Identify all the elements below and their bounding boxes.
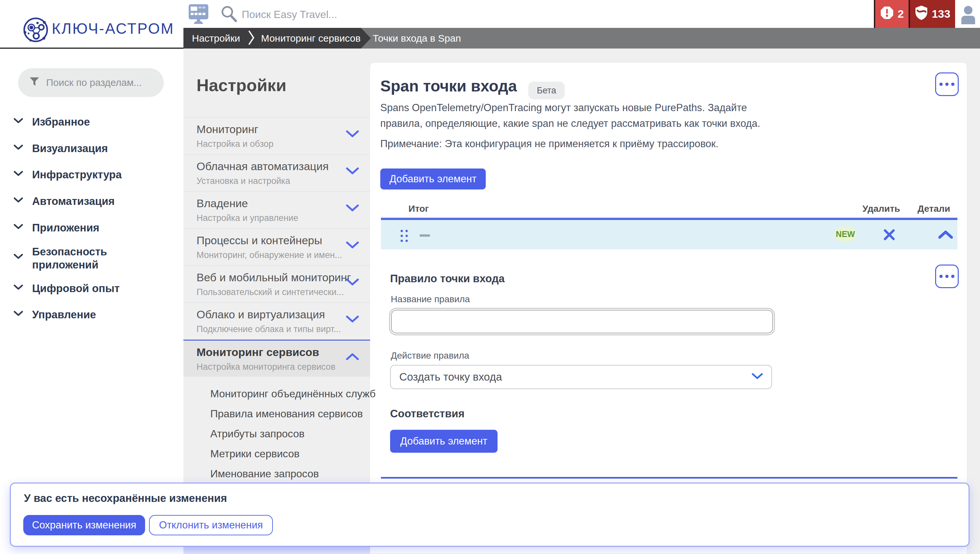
sidebar-item-visualization[interactable]: Визуализация bbox=[0, 142, 183, 155]
chevron-down-icon bbox=[346, 278, 359, 287]
shield-icon bbox=[915, 5, 928, 23]
chevron-down-icon bbox=[346, 315, 359, 324]
breadcrumb-current-page: Точки входа в Span bbox=[373, 28, 461, 48]
rule-name-input[interactable] bbox=[391, 310, 773, 334]
rule-more-button[interactable] bbox=[935, 265, 959, 288]
drag-handle-icon[interactable] bbox=[401, 230, 408, 242]
section-filter-input[interactable] bbox=[46, 77, 145, 88]
chevron-up-icon bbox=[346, 353, 359, 362]
global-search-input[interactable] bbox=[241, 6, 537, 23]
menu-item-cloud-virtualization[interactable]: Облако и виртуализация Подключение облак… bbox=[183, 303, 370, 340]
description-line-1: Spans OpenTelemetry/OpenTracing могут за… bbox=[380, 102, 747, 114]
new-badge: NEW bbox=[835, 227, 856, 242]
matches-heading: Соответствия bbox=[390, 407, 465, 420]
settings-menu: Настройки Мониторинг Настройка и обзор О… bbox=[183, 48, 370, 554]
submenu-item-service-naming-rules[interactable]: Правила именования сервисов bbox=[183, 404, 370, 424]
breadcrumb-settings[interactable]: Настройки bbox=[183, 33, 240, 44]
unsaved-changes-bar: У вас есть несохранённые изменения Сохра… bbox=[10, 482, 969, 547]
rule-heading: Правило точки входа bbox=[390, 272, 505, 285]
menu-item-cloud-automation[interactable]: Облачная автоматизация Установка и настр… bbox=[183, 155, 370, 192]
rule-name-label: Название правила bbox=[391, 294, 470, 305]
page-title: Span точки входа bbox=[380, 77, 517, 95]
add-element-button[interactable]: Добавить элемент bbox=[380, 169, 486, 190]
description-note: Примечание: Эта конфигурация не применяе… bbox=[380, 138, 718, 150]
collapse-row-icon[interactable] bbox=[939, 230, 953, 240]
span-entry-points-card: Span точки входа Бета Spans OpenTelemetr… bbox=[370, 62, 967, 554]
save-changes-button[interactable]: Сохранить изменения bbox=[23, 515, 145, 535]
submenu-item-unified-services[interactable]: Мониторинг объединённых служб bbox=[183, 384, 370, 404]
sidebar-item-digital-experience[interactable]: Цифровой опыт bbox=[0, 282, 183, 295]
menu-item-monitoring[interactable]: Мониторинг Настройка и обзор bbox=[183, 117, 370, 155]
logo-text: КЛЮЧ-АСТРОМ bbox=[52, 20, 174, 37]
column-delete: Удалить bbox=[862, 204, 900, 214]
row-group-divider bbox=[381, 477, 958, 479]
table-header: Итог Удалить Детали bbox=[381, 198, 958, 218]
menu-item-service-monitoring[interactable]: Мониторинг сервисов Настройка мониторинг… bbox=[183, 340, 370, 377]
menu-item-ownership[interactable]: Владение Настройка и управление bbox=[183, 192, 370, 228]
chevron-down-icon bbox=[14, 197, 23, 204]
filter-funnel-icon bbox=[29, 77, 40, 88]
problem-alert-icon bbox=[880, 6, 894, 22]
menu-item-processes-containers[interactable]: Процессы и контейнеры Мониторинг, обнару… bbox=[183, 228, 370, 265]
section-filter[interactable] bbox=[18, 68, 164, 97]
submenu-item-request-attributes[interactable]: Атрибуты запросов bbox=[183, 424, 370, 444]
sidebar-item-automation[interactable]: Автоматизация bbox=[0, 195, 183, 208]
chevron-down-icon bbox=[346, 167, 359, 176]
breadcrumb-service-monitoring[interactable]: Мониторинг сервисов bbox=[261, 33, 361, 44]
logo-panel: КЛЮЧ-АСТРОМ bbox=[0, 0, 183, 49]
sidebar-item-infrastructure[interactable]: Инфраструктура bbox=[0, 168, 183, 181]
rule-action-value: Создать точку входа bbox=[391, 371, 752, 383]
card-more-button[interactable] bbox=[935, 72, 959, 96]
breadcrumb-dark-segment: Настройки Мониторинг сервисов bbox=[183, 28, 371, 48]
service-monitoring-submenu: Мониторинг объединённых служб Правила им… bbox=[183, 377, 370, 484]
submenu-item-service-metrics[interactable]: Метрики сервисов bbox=[183, 444, 370, 464]
breadcrumb: Настройки Мониторинг сервисов Точки вход… bbox=[183, 28, 980, 48]
rule-action-label: Действие правила bbox=[391, 350, 469, 361]
chevron-down-icon bbox=[346, 204, 359, 213]
security-count: 133 bbox=[932, 8, 951, 20]
chevron-down-icon bbox=[346, 241, 359, 251]
left-sidebar: Избранное Визуализация Инфраструктура Ав… bbox=[0, 48, 183, 554]
chevron-down-icon bbox=[346, 130, 359, 139]
sidebar-item-management[interactable]: Управление bbox=[0, 308, 183, 321]
user-profile-icon[interactable] bbox=[959, 5, 977, 25]
security-badge[interactable]: 133 bbox=[908, 0, 955, 28]
logo-network-icon bbox=[23, 17, 48, 44]
chevron-down-icon bbox=[752, 373, 763, 381]
submenu-item-request-naming[interactable]: Именование запросов bbox=[183, 464, 370, 484]
chevron-down-icon bbox=[14, 171, 23, 178]
search-icon bbox=[220, 5, 239, 25]
discard-changes-button[interactable]: Отклонить изменения bbox=[149, 515, 273, 535]
rule-action-select[interactable]: Создать точку входа bbox=[390, 365, 772, 389]
column-summary: Итог bbox=[409, 204, 429, 214]
description-line-2: правила, определяющие, какие span не сле… bbox=[380, 118, 760, 129]
chevron-down-icon bbox=[14, 224, 23, 231]
add-match-button[interactable]: Добавить элемент bbox=[390, 430, 498, 453]
row-summary-dash bbox=[420, 235, 430, 237]
unsaved-changes-message: У вас есть несохранённые изменения bbox=[24, 492, 227, 505]
dashboard-monitor-icon[interactable] bbox=[188, 4, 209, 26]
menu-item-web-mobile-monitoring[interactable]: Веб и мобильный мониторинг Пользовательс… bbox=[183, 265, 370, 303]
table-row[interactable]: NEW bbox=[381, 218, 958, 249]
problems-badge[interactable]: 2 bbox=[874, 0, 908, 28]
chevron-down-icon bbox=[14, 254, 23, 260]
column-details: Детали bbox=[918, 204, 950, 214]
settings-menu-title: Настройки bbox=[197, 75, 286, 95]
sidebar-item-favorites[interactable]: Избранное bbox=[0, 115, 183, 128]
problems-count: 2 bbox=[898, 8, 904, 20]
chevron-down-icon bbox=[14, 311, 23, 318]
breadcrumb-chevron-icon bbox=[248, 30, 255, 46]
delete-row-icon[interactable] bbox=[883, 229, 895, 242]
sidebar-item-application-security[interactable]: Безопасность приложений bbox=[0, 245, 183, 271]
chevron-down-icon bbox=[14, 118, 23, 125]
chevron-down-icon bbox=[14, 145, 23, 152]
beta-badge: Бета bbox=[528, 81, 565, 99]
chevron-down-icon bbox=[14, 284, 23, 291]
sidebar-item-applications[interactable]: Приложения bbox=[0, 221, 183, 235]
app-root: 2 133 bbox=[0, 0, 980, 554]
